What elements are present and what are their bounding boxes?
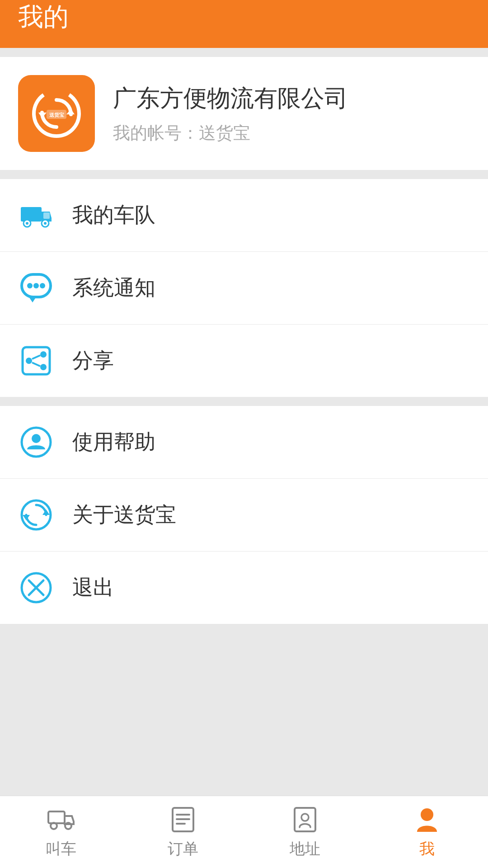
svg-point-9 xyxy=(44,222,47,225)
svg-line-19 xyxy=(32,355,40,359)
orders-nav-label: 订单 xyxy=(168,839,198,859)
mid-separator-1 xyxy=(0,170,488,179)
truck-nav-icon xyxy=(47,805,75,834)
profile-info: 广东方便物流有限公司 我的帐号：送货宝 xyxy=(113,83,348,145)
svg-rect-36 xyxy=(295,808,315,831)
nav-item-mine[interactable]: 我 xyxy=(366,805,488,859)
truck-icon xyxy=(18,197,54,233)
profile-logo: 送货宝 xyxy=(18,75,95,152)
svg-point-37 xyxy=(301,814,309,821)
svg-rect-5 xyxy=(21,207,42,222)
logout-label: 退出 xyxy=(72,574,114,602)
svg-marker-2 xyxy=(38,113,47,118)
svg-point-7 xyxy=(26,222,28,225)
svg-point-22 xyxy=(32,434,41,443)
svg-point-13 xyxy=(33,283,39,288)
svg-text:送货宝: 送货宝 xyxy=(49,112,65,118)
help-label: 使用帮助 xyxy=(72,428,155,456)
svg-line-20 xyxy=(32,363,40,366)
svg-point-18 xyxy=(40,364,47,370)
menu-group-1: 我的车队 系统通知 xyxy=(0,179,488,397)
app-logo-icon: 送货宝 xyxy=(29,86,84,141)
top-separator xyxy=(0,48,488,57)
menu-item-share[interactable]: 分享 xyxy=(0,325,488,397)
person-nav-icon xyxy=(413,805,441,834)
svg-point-12 xyxy=(27,283,33,288)
orders-nav-icon xyxy=(169,805,197,834)
svg-rect-29 xyxy=(48,811,65,823)
svg-point-14 xyxy=(40,283,45,288)
svg-point-16 xyxy=(40,351,47,358)
menu-item-help[interactable]: 使用帮助 xyxy=(0,406,488,479)
chat-icon xyxy=(18,270,54,306)
menu-item-about[interactable]: 关于送货宝 xyxy=(0,479,488,552)
menu-item-notification[interactable]: 系统通知 xyxy=(0,252,488,325)
svg-marker-1 xyxy=(66,109,75,114)
fleet-label: 我的车队 xyxy=(72,201,155,229)
address-nav-label: 地址 xyxy=(290,839,320,859)
mine-nav-label: 我 xyxy=(419,839,435,859)
about-label: 关于送货宝 xyxy=(72,501,176,529)
header: 我的 xyxy=(0,0,488,48)
about-logo-icon xyxy=(18,497,54,533)
menu-group-2: 使用帮助 关于送货宝 xyxy=(0,406,488,624)
call-car-nav-label: 叫车 xyxy=(46,839,76,859)
headset-icon xyxy=(18,424,54,460)
company-name: 广东方便物流有限公司 xyxy=(113,83,348,114)
nav-item-call-car[interactable]: 叫车 xyxy=(0,805,122,859)
empty-area xyxy=(0,624,488,796)
notification-label: 系统通知 xyxy=(72,274,155,302)
share-label: 分享 xyxy=(72,347,114,375)
profile-section[interactable]: 送货宝 广东方便物流有限公司 我的帐号：送货宝 xyxy=(0,57,488,170)
svg-point-38 xyxy=(421,808,433,821)
menu-item-logout[interactable]: 退出 xyxy=(0,552,488,624)
nav-item-orders[interactable]: 订单 xyxy=(122,805,244,859)
menu-item-fleet[interactable]: 我的车队 xyxy=(0,179,488,252)
logout-icon xyxy=(18,570,54,606)
nav-item-address[interactable]: 地址 xyxy=(244,805,366,859)
address-nav-icon xyxy=(291,805,319,834)
share-icon xyxy=(18,343,54,379)
svg-point-17 xyxy=(26,358,32,364)
svg-rect-10 xyxy=(43,212,50,219)
svg-marker-24 xyxy=(42,509,50,515)
page-title: 我的 xyxy=(18,0,69,34)
svg-marker-25 xyxy=(23,515,30,520)
account-info: 我的帐号：送货宝 xyxy=(113,122,348,145)
bottom-navigation: 叫车 订单 地址 xyxy=(0,796,488,868)
mid-separator-2 xyxy=(0,397,488,406)
